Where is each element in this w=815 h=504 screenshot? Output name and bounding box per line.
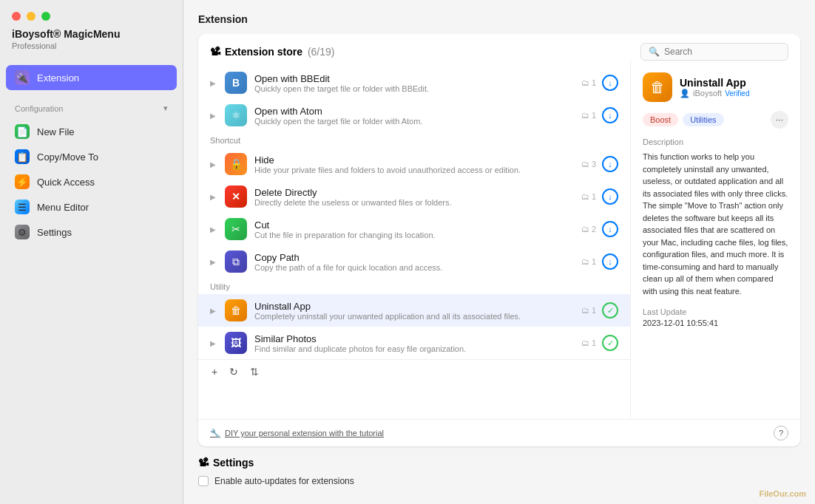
ext-meta: 🗂 1 ↓ (581, 253, 618, 270)
sidebar-item-label: Extension (37, 72, 79, 84)
download-button[interactable]: ↓ (602, 156, 618, 172)
chevron-down-icon: ▾ (163, 103, 168, 113)
cut-icon: ✂ (225, 218, 247, 240)
ext-info: Cut Cut the file in preparation for chan… (254, 219, 574, 239)
download-button[interactable]: ↓ (602, 188, 618, 205)
ext-meta: 🗂 1 ↓ (581, 75, 618, 91)
sidebar-item-label: Settings (37, 227, 72, 238)
search-box[interactable]: 🔍 (640, 43, 788, 61)
nav-config: 📄 New File 📋 Copy/Move To ⚡ Quick Access… (0, 116, 183, 248)
ext-info: Similar Photos Find similar and duplicat… (254, 333, 574, 353)
brand-plan: Professional (12, 41, 171, 50)
detail-app-info: Uninstall App 👤 iBoysoft Verified (680, 77, 750, 98)
chevron-right-icon: ▶ (210, 79, 217, 87)
tag-utilities: Utilities (683, 113, 723, 126)
sidebar-item-menu-editor[interactable]: ☰ Menu Editor (6, 194, 177, 219)
chevron-right-icon: ▶ (210, 258, 217, 266)
last-update-value: 2023-12-01 10:55:41 (643, 319, 788, 327)
bbedit-icon: B (225, 72, 247, 94)
page-title: Extension (183, 0, 815, 34)
ext-info: Open with BBEdit Quickly open the target… (254, 73, 574, 93)
chevron-right-icon: ▶ (210, 225, 217, 234)
installed-badge: ✓ (602, 335, 618, 351)
ext-desc: Directly delete the useless or unwanted … (254, 198, 574, 207)
sidebar-item-label: Copy/Move To (37, 151, 98, 163)
quick-access-icon: ⚡ (15, 174, 30, 189)
ext-name: Delete Directly (254, 187, 574, 198)
sidebar-item-new-file[interactable]: 📄 New File (6, 119, 177, 144)
store-count: (6/19) (308, 46, 335, 58)
installed-badge: ✓ (602, 302, 618, 319)
store-toolbar: + ↻ ⇅ (198, 359, 630, 384)
ext-name: Hide (254, 154, 574, 166)
settings-title: 📽 Settings (198, 457, 800, 469)
description-label: Description (643, 137, 788, 146)
sidebar-item-extension[interactable]: 🔌 Extension (6, 65, 177, 90)
download-button[interactable]: ↓ (602, 221, 618, 237)
clipboard-icon: 🗂 (581, 111, 589, 120)
search-input[interactable] (664, 47, 780, 57)
clipboard-icon: 🗂 (581, 306, 589, 315)
download-button[interactable]: ↓ (602, 107, 618, 123)
sidebar-item-settings[interactable]: ⚙ Settings (6, 219, 177, 245)
clipboard-icon: 🗂 (581, 192, 589, 201)
list-item[interactable]: ▶ ✂ Cut Cut the file in preparation for … (198, 213, 630, 245)
download-button[interactable]: ↓ (602, 253, 618, 270)
ext-desc: Cut the file in preparation for changing… (254, 231, 574, 239)
maximize-button[interactable] (41, 12, 50, 21)
filter-button[interactable]: ⇅ (248, 364, 260, 379)
section-label-shortcut: Shortcut (198, 132, 630, 148)
extension-list: ▶ B Open with BBEdit Quickly open the ta… (198, 61, 630, 419)
download-button[interactable]: ↓ (602, 75, 618, 91)
add-button[interactable]: + (210, 364, 219, 379)
diy-link[interactable]: 🔧 DIY your personal extension with the t… (210, 429, 384, 438)
list-item[interactable]: ▶ 🖼 Similar Photos Find similar and dupl… (198, 327, 630, 359)
chevron-right-icon: ▶ (210, 112, 217, 120)
nav-extension[interactable]: 🔌 Extension (0, 62, 183, 93)
auto-updates-label: Enable auto-updates for extensions (214, 476, 354, 486)
list-item[interactable]: ▶ B Open with BBEdit Quickly open the ta… (198, 67, 630, 99)
section-label-utility: Utility (198, 278, 630, 294)
ext-meta: 🗂 1 ↓ (581, 107, 618, 123)
ext-info: Open with Atom Quickly open the target f… (254, 106, 574, 126)
atom-icon: ⚛ (225, 104, 247, 126)
list-item[interactable]: ▶ 🔒 Hide Hide your private files and fol… (198, 148, 630, 180)
list-item[interactable]: ▶ ⧉ Copy Path Copy the path of a file fo… (198, 245, 630, 278)
last-update-label: Last Update (643, 307, 788, 316)
store-content: ▶ B Open with BBEdit Quickly open the ta… (198, 61, 800, 419)
sidebar-item-copy-move[interactable]: 📋 Copy/Move To (6, 144, 177, 169)
help-button[interactable]: ? (774, 426, 788, 440)
store-icon: 📽 (210, 46, 220, 58)
ext-name: Similar Photos (254, 333, 574, 344)
ext-count: 🗂 1 (581, 306, 596, 315)
ext-desc: Quickly open the target file or folder w… (254, 84, 574, 93)
minimize-button[interactable] (27, 12, 35, 21)
search-icon: 🔍 (649, 47, 660, 57)
detail-app-icon: 🗑 (643, 72, 672, 102)
verified-badge: Verified (725, 89, 749, 98)
copy-move-icon: 📋 (15, 149, 30, 164)
store-header: 📽 Extension store (6/19) 🔍 (198, 34, 800, 61)
ext-info: Delete Directly Directly delete the usel… (254, 187, 574, 207)
clipboard-icon: 🗂 (581, 338, 589, 347)
ext-desc: Hide your private files and folders to a… (254, 166, 574, 174)
extension-store-panel: 📽 Extension store (6/19) 🔍 ▶ B (198, 34, 800, 446)
person-icon: 👤 (680, 89, 690, 98)
ext-name: Cut (254, 219, 574, 231)
new-file-icon: 📄 (15, 124, 30, 139)
list-item[interactable]: ▶ ⚛ Open with Atom Quickly open the targ… (198, 99, 630, 132)
menu-editor-icon: ☰ (15, 200, 30, 214)
close-button[interactable] (12, 12, 21, 21)
chevron-right-icon: ▶ (210, 193, 217, 201)
list-item[interactable]: ▶ ✕ Delete Directly Directly delete the … (198, 180, 630, 213)
uninstall-icon: 🗑 (225, 299, 247, 321)
delete-icon: ✕ (225, 185, 247, 208)
refresh-button[interactable]: ↻ (228, 364, 240, 379)
sidebar-item-quick-access[interactable]: ⚡ Quick Access (6, 169, 177, 194)
more-options-button[interactable]: ··· (771, 111, 788, 129)
detail-panel: 🗑 Uninstall App 👤 iBoysoft Verified (630, 61, 800, 419)
list-item[interactable]: ▶ 🗑 Uninstall App Completely uninstall y… (198, 294, 630, 327)
extension-icon: 🔌 (15, 70, 30, 85)
sidebar-item-label: Quick Access (37, 177, 95, 188)
auto-updates-checkbox[interactable] (198, 476, 209, 486)
